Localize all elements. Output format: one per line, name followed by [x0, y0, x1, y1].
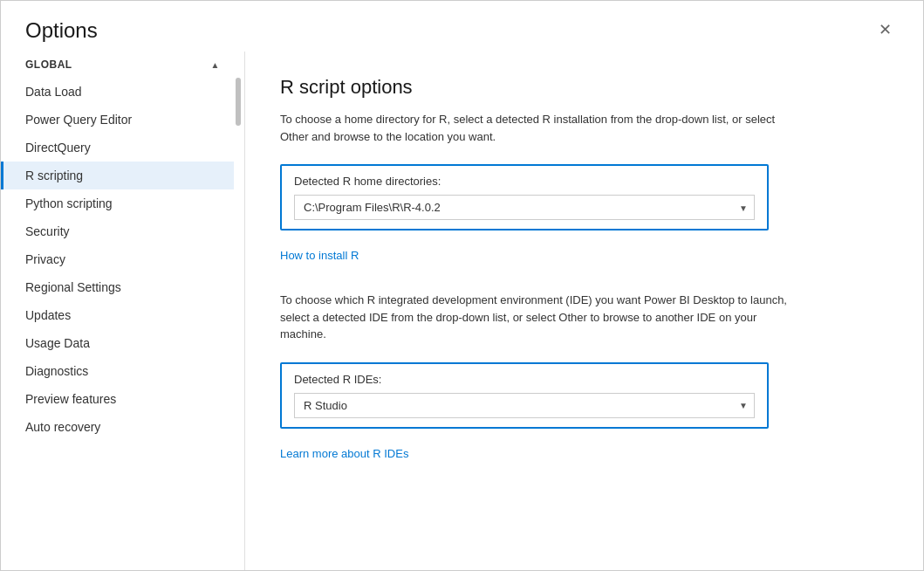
home-directory-select-wrapper: C:\Program Files\R\R-4.0.2 Other ▼ — [294, 195, 755, 220]
sidebar: GLOBAL ▲ Data Load Power Query Editor Di… — [1, 52, 245, 570]
ide-field-group: Detected R IDEs: R Studio Other ▼ — [280, 362, 769, 429]
sidebar-item-updates[interactable]: Updates — [1, 301, 234, 329]
home-directory-label: Detected R home directories: — [294, 175, 755, 188]
list-item: Preview features — [1, 385, 234, 413]
sidebar-item-data-load[interactable]: Data Load — [1, 78, 234, 106]
list-item: Python scripting — [1, 189, 234, 217]
sidebar-scrollbar-thumb — [236, 78, 241, 126]
install-r-link[interactable]: How to install R — [280, 249, 359, 262]
sidebar-item-preview-features[interactable]: Preview features — [1, 385, 234, 413]
home-directory-field-group: Detected R home directories: C:\Program … — [280, 164, 769, 230]
global-section-header[interactable]: GLOBAL ▲ — [1, 52, 234, 78]
dialog-title: Options — [25, 18, 98, 43]
list-item: Auto recovery — [1, 413, 234, 441]
dialog-body: GLOBAL ▲ Data Load Power Query Editor Di… — [1, 52, 923, 570]
ide-select[interactable]: R Studio Other — [294, 393, 755, 418]
list-item: Diagnostics — [1, 357, 234, 385]
description-text-2: To choose which R integrated development… — [280, 292, 804, 343]
sidebar-item-privacy[interactable]: Privacy — [1, 245, 234, 273]
list-item: Privacy — [1, 245, 234, 273]
description-text-1: To choose a home directory for R, select… — [280, 111, 804, 145]
learn-more-ide-link[interactable]: Learn more about R IDEs — [280, 447, 408, 460]
sidebar-item-python-scripting[interactable]: Python scripting — [1, 189, 234, 217]
sidebar-item-diagnostics[interactable]: Diagnostics — [1, 357, 234, 385]
main-content: R script options To choose a home direct… — [245, 52, 923, 570]
sidebar-items-list: GLOBAL ▲ Data Load Power Query Editor Di… — [1, 52, 234, 441]
options-dialog: Options ✕ GLOBAL ▲ Data Load Power Quer — [0, 0, 924, 571]
section-title: R script options — [280, 76, 888, 99]
list-item: Data Load — [1, 78, 234, 106]
sidebar-item-auto-recovery[interactable]: Auto recovery — [1, 413, 234, 441]
ide-select-wrapper: R Studio Other ▼ — [294, 393, 755, 418]
sidebar-item-direct-query[interactable]: DirectQuery — [1, 134, 234, 162]
ide-label: Detected R IDEs: — [294, 373, 755, 386]
sidebar-item-regional-settings[interactable]: Regional Settings — [1, 273, 234, 301]
sidebar-item-r-scripting[interactable]: R scripting — [1, 162, 234, 189]
list-item: Regional Settings — [1, 273, 234, 301]
global-label: GLOBAL — [25, 58, 72, 71]
sidebar-item-security[interactable]: Security — [1, 217, 234, 245]
sidebar-scrollbar — [234, 52, 244, 441]
sidebar-scroll-area: GLOBAL ▲ Data Load Power Query Editor Di… — [1, 52, 244, 441]
sidebar-item-power-query-editor[interactable]: Power Query Editor — [1, 106, 234, 134]
list-item: DirectQuery — [1, 134, 234, 162]
sidebar-nav: Data Load Power Query Editor DirectQuery… — [1, 78, 234, 441]
list-item: Updates — [1, 301, 234, 329]
chevron-up-icon: ▲ — [211, 60, 220, 70]
list-item: R scripting — [1, 162, 234, 189]
list-item: Power Query Editor — [1, 106, 234, 134]
list-item: Usage Data — [1, 329, 234, 357]
sidebar-item-usage-data[interactable]: Usage Data — [1, 329, 234, 357]
close-button[interactable]: ✕ — [872, 18, 899, 41]
dialog-header: Options ✕ — [1, 1, 923, 52]
home-directory-select[interactable]: C:\Program Files\R\R-4.0.2 Other — [294, 195, 755, 220]
list-item: Security — [1, 217, 234, 245]
